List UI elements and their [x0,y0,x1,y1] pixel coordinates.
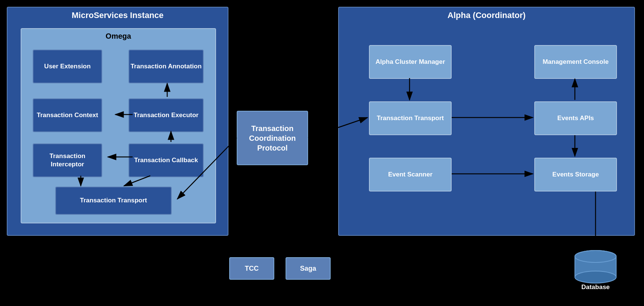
omega-label: Omega [106,32,131,41]
user-extension-label: User Extension [44,62,91,71]
transaction-context-label: Transaction Context [37,111,98,119]
events-storage-box: Events Storage [534,158,617,191]
diagram-container: MicroServices Instance Omega User Extens… [0,0,644,306]
events-apis-box: Events APIs [534,101,617,135]
database-container: Database [571,250,620,291]
database-icon [571,250,620,283]
alpha-cluster-manager-label: Alpha Cluster Manager [375,58,445,66]
transaction-callback-label: Transaction Callback [134,156,198,164]
event-scanner-box: Event Scanner [369,158,452,191]
alpha-label: Alpha (Coordinator) [447,11,526,20]
tcc-box: TCC [229,257,274,280]
omega-box: Omega User Extension Transaction Annotat… [21,28,216,223]
tcc-label: TCC [245,265,259,273]
database-label: Database [581,283,610,291]
saga-box: Saga [286,257,331,280]
saga-label: Saga [300,265,316,273]
alpha-cluster-manager-box: Alpha Cluster Manager [369,45,452,79]
alpha-transaction-transport-box: Transaction Transport [369,101,452,135]
transaction-context-box: Transaction Context [33,98,102,132]
transaction-annotation-label: Transaction Annotation [130,62,201,71]
transaction-executor-box: Transaction Executor [128,98,204,132]
transaction-callback-box: Transaction Callback [128,143,204,177]
tcp-label: Transaction Coordination Protocol [237,124,307,153]
transaction-transport-left-label: Transaction Transport [80,196,147,205]
events-storage-label: Events Storage [552,170,599,179]
event-scanner-label: Event Scanner [388,170,432,179]
user-extension-box: User Extension [33,50,102,83]
management-console-box: Management Console [534,45,617,79]
microservices-outer-box: MicroServices Instance Omega User Extens… [7,7,228,236]
transaction-transport-left-box: Transaction Transport [55,187,172,215]
transaction-interceptor-box: Transaction Interceptor [33,143,102,177]
transaction-executor-label: Transaction Executor [134,111,199,119]
alpha-transaction-transport-label: Transaction Transport [377,114,444,122]
alpha-outer-box: Alpha (Coordinator) Alpha Cluster Manage… [338,7,635,236]
microservices-label: MicroServices Instance [72,11,164,20]
tcp-box: Transaction Coordination Protocol [237,111,308,165]
transaction-interceptor-label: Transaction Interceptor [33,152,101,169]
events-apis-label: Events APIs [557,114,594,122]
transaction-annotation-box: Transaction Annotation [128,50,204,83]
svg-point-2 [575,271,616,283]
management-console-label: Management Console [543,58,609,66]
